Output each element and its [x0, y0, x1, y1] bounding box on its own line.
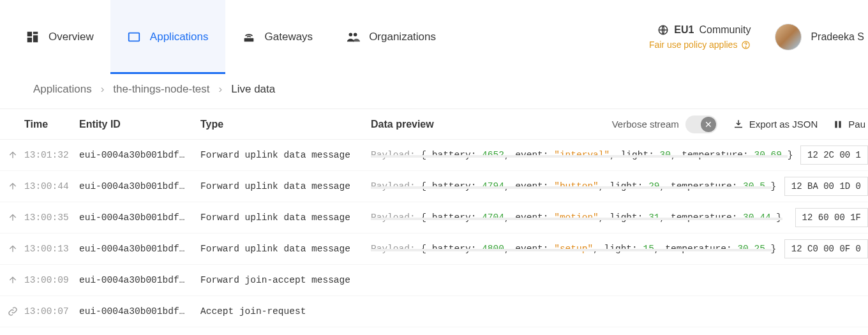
uplink-icon	[8, 181, 24, 191]
row-entity-id: eui-0004a30b001bdf…	[79, 275, 200, 285]
fair-use-link[interactable]: Fair use policy applies	[649, 40, 751, 50]
help-icon	[741, 40, 751, 50]
col-preview: Data preview	[371, 119, 612, 130]
svg-rect-11	[835, 121, 837, 128]
row-type: Forward uplink data message	[200, 181, 371, 191]
svg-point-10	[745, 47, 746, 47]
download-icon	[733, 119, 744, 130]
svg-rect-4	[129, 33, 140, 41]
svg-point-6	[349, 33, 353, 37]
row-entity-id: eui-0004a30b001bdf…	[79, 306, 200, 316]
hex-payload[interactable]: 12 C0 00 0F 0	[784, 239, 868, 258]
toolbar-actions: Verbose stream ✕ Export as JSON Pau	[612, 115, 865, 133]
col-time: Time	[24, 119, 79, 130]
col-entity: Entity ID	[79, 119, 200, 130]
application-icon	[127, 30, 141, 44]
svg-rect-0	[27, 32, 32, 36]
avatar	[775, 24, 802, 50]
export-label: Export as JSON	[749, 119, 818, 130]
fair-use-label: Fair use policy applies	[649, 40, 738, 50]
breadcrumb-page: Live data	[231, 83, 275, 96]
link-icon	[8, 306, 24, 316]
cluster-tag: Community	[699, 24, 751, 36]
breadcrumb-app[interactable]: the-things-node-test	[113, 83, 209, 96]
topbar-right: EU1 Community Fair use policy applies Pr…	[649, 0, 868, 74]
svg-point-7	[354, 33, 357, 37]
close-icon: ✕	[701, 117, 716, 132]
table-row[interactable]: 13:00:35eui-0004a30b001bdf…Forward uplin…	[0, 202, 868, 234]
nav-gateways[interactable]: Gateways	[225, 0, 330, 74]
breadcrumb: Applications › the-things-node-test › Li…	[0, 74, 868, 109]
row-time: 13:00:07	[24, 306, 79, 316]
table-row[interactable]: 13:00:44eui-0004a30b001bdf…Forward uplin…	[0, 171, 868, 202]
chevron-right-icon: ›	[101, 83, 105, 96]
svg-rect-1	[33, 32, 38, 34]
hex-payload[interactable]: 12 2C 00 1	[800, 145, 868, 165]
row-preview: Payload: { battery: 4800, event: "setup"…	[371, 244, 778, 254]
hex-payload[interactable]: 12 60 00 1F	[795, 208, 868, 227]
globe-icon	[657, 24, 669, 36]
table-row[interactable]: 13:00:07eui-0004a30b001bdf…Accept join-r…	[0, 296, 868, 327]
hex-payload[interactable]: 12 BA 00 1D 0	[784, 177, 868, 196]
row-entity-id: eui-0004a30b001bdf…	[79, 150, 200, 160]
row-type: Forward join-accept message	[200, 275, 371, 285]
cluster-name-line: EU1 Community	[657, 24, 751, 36]
nav-applications[interactable]: Applications	[110, 0, 225, 74]
nav-organizations-label: Organizations	[369, 31, 436, 43]
table-row[interactable]: 13:01:32eui-0004a30b001bdf…Forward uplin…	[0, 140, 868, 171]
col-type: Type	[200, 119, 371, 130]
nav-overview[interactable]: Overview	[9, 0, 110, 74]
main-nav: Overview Applications Gateways Organizat…	[0, 0, 453, 74]
row-time: 13:00:13	[24, 244, 79, 254]
table-row[interactable]: 13:00:09eui-0004a30b001bdf…Forward join-…	[0, 265, 868, 296]
cluster-info[interactable]: EU1 Community Fair use policy applies	[649, 24, 758, 50]
username: Pradeeka S	[811, 31, 864, 43]
svg-rect-2	[33, 35, 38, 42]
breadcrumb-root[interactable]: Applications	[33, 83, 92, 96]
toggle-switch[interactable]: ✕	[685, 115, 717, 133]
cluster-name: EU1	[674, 24, 694, 36]
row-type: Forward uplink data message	[200, 212, 371, 223]
pause-button[interactable]: Pau	[833, 119, 865, 130]
row-time: 13:00:44	[24, 181, 79, 191]
svg-rect-5	[244, 38, 253, 42]
pause-label: Pau	[848, 119, 865, 130]
organization-icon	[346, 30, 360, 44]
nav-organizations[interactable]: Organizations	[329, 0, 453, 74]
chevron-right-icon: ›	[219, 83, 223, 96]
gateway-icon	[242, 30, 256, 44]
row-time: 13:01:32	[24, 150, 79, 160]
verbose-label: Verbose stream	[612, 119, 679, 130]
nav-gateways-label: Gateways	[265, 31, 313, 43]
row-preview: Payload: { battery: 4652, event: "interv…	[371, 150, 794, 160]
uplink-icon	[8, 244, 24, 254]
uplink-icon	[8, 275, 24, 285]
uplink-icon	[8, 150, 24, 160]
row-entity-id: eui-0004a30b001bdf…	[79, 244, 200, 254]
nav-applications-label: Applications	[150, 31, 209, 43]
pause-icon	[833, 119, 843, 130]
topbar: Overview Applications Gateways Organizat…	[0, 0, 868, 74]
row-time: 13:00:35	[24, 212, 79, 223]
row-entity-id: eui-0004a30b001bdf…	[79, 212, 200, 223]
row-preview: Payload: { battery: 4704, event: "motion…	[371, 212, 789, 223]
dashboard-icon	[26, 30, 40, 44]
user-menu[interactable]: Pradeeka S	[775, 24, 864, 50]
verbose-stream-toggle[interactable]: Verbose stream ✕	[612, 115, 717, 133]
row-type: Accept join-request	[200, 306, 371, 316]
row-type: Forward uplink data message	[200, 150, 371, 160]
row-type: Forward uplink data message	[200, 244, 371, 254]
row-time: 13:00:09	[24, 275, 79, 285]
table-header: Time Entity ID Type Data preview Verbose…	[0, 109, 868, 140]
export-json-button[interactable]: Export as JSON	[733, 119, 818, 130]
uplink-icon	[8, 212, 24, 223]
svg-rect-3	[27, 38, 32, 42]
row-entity-id: eui-0004a30b001bdf…	[79, 181, 200, 191]
data-rows: 13:01:32eui-0004a30b001bdf…Forward uplin…	[0, 140, 868, 327]
table-row[interactable]: 13:00:13eui-0004a30b001bdf…Forward uplin…	[0, 234, 868, 265]
svg-rect-12	[839, 121, 841, 128]
row-preview: Payload: { battery: 4794, event: "button…	[371, 181, 778, 191]
nav-overview-label: Overview	[49, 31, 94, 43]
